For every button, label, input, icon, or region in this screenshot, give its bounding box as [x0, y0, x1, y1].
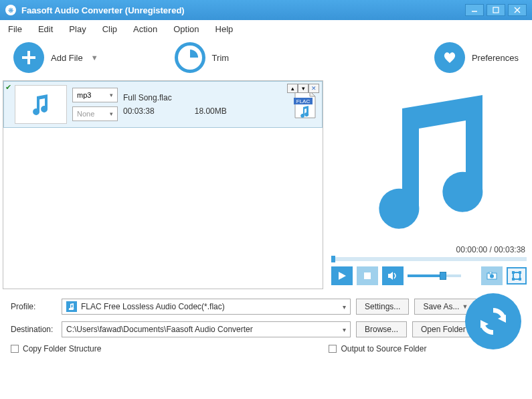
preferences-label: Preferences: [472, 53, 519, 63]
file-info: Full Song.flac 00:03:38 18.00MB: [118, 90, 292, 118]
menu-clip[interactable]: Clip: [102, 24, 117, 34]
svg-rect-14: [512, 278, 515, 281]
profile-value: FLAC Free Lossless Audio Codec(*.flac): [81, 302, 225, 311]
close-button[interactable]: [508, 4, 527, 16]
preview-canvas: [329, 80, 529, 244]
plus-icon: [13, 42, 44, 73]
svg-rect-10: [489, 272, 492, 274]
preferences-button[interactable]: Preferences: [434, 42, 519, 73]
flac-badge-text: FLAC: [296, 98, 311, 104]
checkbox-icon: [11, 345, 19, 353]
window-title: Faasoft Audio Converter (Unregistered): [21, 5, 462, 15]
maximize-button[interactable]: [486, 4, 505, 16]
file-item-actions: ▴ ▾ ✕: [287, 84, 319, 93]
window-controls: [462, 4, 527, 16]
music-note-icon: [355, 88, 503, 236]
svg-rect-15: [519, 278, 521, 281]
destination-label: Destination:: [11, 325, 56, 334]
preview-controls: [329, 262, 529, 289]
chevron-down-icon: ▾: [343, 303, 346, 311]
heart-icon: [434, 42, 465, 73]
output-src-label: Output to Source Folder: [341, 344, 426, 353]
svg-point-9: [490, 274, 494, 278]
volume-knob[interactable]: [440, 272, 446, 280]
play-button[interactable]: [331, 266, 353, 285]
profile-row: Profile: FLAC Free Lossless Audio Codec(…: [11, 299, 521, 315]
preview-time: 00:00:00 / 00:03:38: [329, 244, 529, 256]
seek-slider[interactable]: [331, 257, 527, 261]
expand-button[interactable]: ▾: [298, 84, 308, 93]
collapse-button[interactable]: ▴: [287, 84, 298, 93]
app-icon: ❋: [5, 5, 16, 15]
file-thumbnail: [15, 85, 67, 124]
convert-button[interactable]: [465, 293, 521, 349]
svg-rect-7: [364, 272, 371, 279]
refresh-icon: [474, 303, 512, 340]
svg-rect-1: [493, 7, 499, 13]
trim-label: Trim: [212, 53, 230, 63]
volume-slider[interactable]: [408, 274, 461, 277]
copy-folder-structure-checkbox[interactable]: Copy Folder Structure: [11, 344, 101, 353]
file-list: ✔ mp3 ▾ None ▾ Full Song.flac 00:03:38 1…: [3, 80, 323, 289]
checkbox-row: Copy Folder Structure Output to Source F…: [11, 344, 521, 353]
file-item-controls: mp3 ▾ None ▾: [72, 88, 118, 121]
format-value: mp3: [77, 91, 91, 99]
chevron-down-icon: ▼: [91, 54, 98, 62]
menu-edit[interactable]: Edit: [38, 24, 53, 34]
titlebar: ❋ Faasoft Audio Converter (Unregistered): [0, 0, 532, 20]
settings-button[interactable]: Settings...: [356, 299, 409, 315]
destination-value: C:\Users\fawad\Documents\Faasoft Audio C…: [66, 325, 253, 334]
remove-button[interactable]: ✕: [308, 84, 319, 93]
copy-structure-label: Copy Folder Structure: [23, 344, 101, 353]
fullscreen-button[interactable]: [507, 267, 527, 285]
audio-format-icon: [66, 301, 77, 312]
minimize-button[interactable]: [465, 4, 484, 16]
menu-action[interactable]: Action: [133, 24, 157, 34]
preview-panel: 00:00:00 / 00:03:38: [329, 80, 529, 289]
file-size: 18.00MB: [195, 106, 227, 116]
svg-rect-13: [519, 271, 521, 274]
menu-play[interactable]: Play: [69, 24, 86, 34]
stop-button[interactable]: [357, 266, 378, 285]
destination-field[interactable]: C:\Users\fawad\Documents\Faasoft Audio C…: [62, 321, 351, 337]
menubar: File Edit Play Clip Action Option Help: [0, 20, 532, 37]
chevron-down-icon: ▾: [110, 110, 113, 117]
effect-select[interactable]: None ▾: [72, 106, 118, 121]
chevron-down-icon: ▾: [343, 326, 346, 333]
add-file-button[interactable]: Add File ▼: [13, 42, 98, 73]
browse-button[interactable]: Browse...: [356, 321, 407, 337]
chevron-down-icon: ▾: [110, 92, 113, 98]
check-icon[interactable]: ✔: [5, 83, 13, 91]
profile-label: Profile:: [11, 302, 56, 311]
snapshot-button[interactable]: [481, 266, 503, 285]
svg-rect-12: [512, 271, 515, 274]
checkbox-icon: [329, 345, 337, 353]
profile-select[interactable]: FLAC Free Lossless Audio Codec(*.flac) ▾: [62, 299, 351, 315]
toolbar: Add File ▼ Trim Preferences: [0, 37, 532, 78]
trim-button[interactable]: Trim: [175, 42, 230, 73]
menu-option[interactable]: Option: [173, 24, 199, 34]
file-duration: 00:03:38: [123, 106, 155, 116]
menu-help[interactable]: Help: [215, 24, 234, 34]
file-name: Full Song.flac: [123, 93, 287, 102]
volume-button[interactable]: [382, 266, 404, 285]
flac-file-icon: FLAC: [292, 90, 317, 119]
output-source-folder-checkbox[interactable]: Output to Source Folder: [329, 344, 426, 353]
file-item[interactable]: ✔ mp3 ▾ None ▾ Full Song.flac 00:03:38 1…: [3, 81, 323, 128]
destination-row: Destination: C:\Users\fawad\Documents\Fa…: [11, 321, 521, 337]
clock-icon: [175, 42, 205, 73]
bottom-panel: Profile: FLAC Free Lossless Audio Codec(…: [0, 292, 532, 360]
effect-value: None: [77, 110, 94, 118]
menu-file[interactable]: File: [8, 24, 22, 34]
add-file-label: Add File: [51, 53, 83, 63]
seek-thumb[interactable]: [331, 256, 335, 262]
main-area: ✔ mp3 ▾ None ▾ Full Song.flac 00:03:38 1…: [0, 78, 532, 292]
format-select[interactable]: mp3 ▾: [72, 88, 118, 102]
